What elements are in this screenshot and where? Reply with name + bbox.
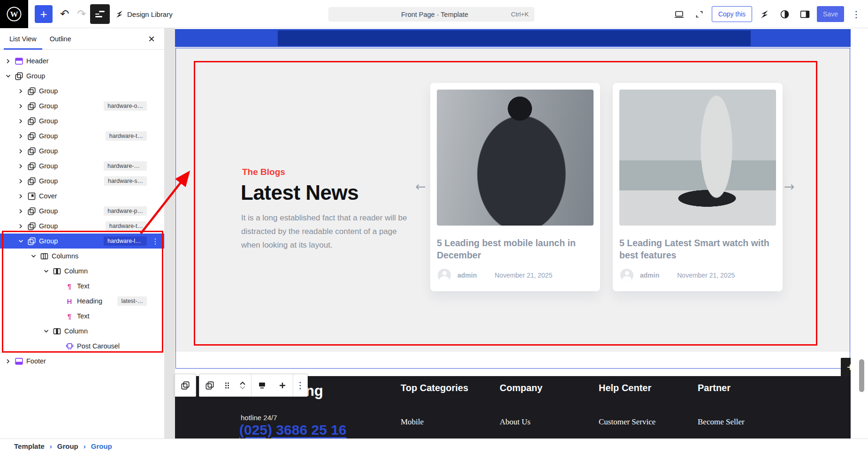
block-inserter-button[interactable]: +	[35, 5, 53, 23]
post-meta: adminNovember 21, 2025	[438, 269, 552, 282]
list-view-item-group[interactable]: Grouphardware-t…	[0, 219, 164, 234]
footer-link[interactable]: About Us	[500, 417, 531, 427]
chevron-right-icon[interactable]	[5, 358, 11, 364]
footer-phone-link[interactable]: (025) 3686 25 16	[239, 422, 347, 438]
wordpress-logo[interactable]: W	[0, 0, 28, 28]
chevron-right-icon[interactable]	[5, 58, 11, 64]
block-label: Group	[39, 222, 58, 230]
group-block-icon	[27, 132, 36, 140]
post-card[interactable]: 5 Leading best mobile launch in December…	[430, 83, 600, 291]
list-view-item-group[interactable]: Grouphardware-m…	[0, 159, 164, 174]
chevron-right-icon[interactable]	[17, 193, 24, 199]
undo-button[interactable]: ↶	[57, 6, 72, 21]
section-description[interactable]: It is a long established fact that a rea…	[241, 211, 409, 252]
heading-block-icon: H	[65, 297, 74, 305]
chevron-right-icon[interactable]	[17, 223, 24, 229]
save-button[interactable]: Save	[817, 6, 844, 22]
post-card[interactable]: 5 Leading Latest Smart watch with best f…	[613, 83, 783, 291]
command-palette[interactable]: Front Page · Template Ctrl+K	[328, 7, 534, 22]
list-view-item-column[interactable]: Column	[0, 324, 164, 339]
chevron-right-icon[interactable]	[17, 118, 24, 124]
carousel-next-button[interactable]: →	[784, 179, 795, 194]
list-view-item-group[interactable]: Grouphardware-la…⋮	[0, 234, 164, 249]
section-heading[interactable]: Latest News	[241, 181, 358, 204]
style-variations-button[interactable]	[777, 6, 792, 22]
redo-button[interactable]: ↷	[74, 6, 89, 21]
plugin-s-button[interactable]	[756, 6, 772, 22]
list-view-item-group[interactable]: Grouphardware-s…	[0, 174, 164, 189]
options-menu-button[interactable]: ⋮	[848, 6, 864, 22]
close-list-view-button[interactable]: ×	[145, 32, 159, 46]
add-inner-block-button[interactable]	[272, 374, 293, 396]
move-down-button[interactable]	[239, 385, 246, 390]
copy-this-button[interactable]: Copy this	[712, 6, 752, 22]
post-author: admin	[457, 272, 477, 279]
settings-sidebar-button[interactable]	[797, 6, 813, 22]
block-label: Group	[26, 72, 45, 80]
move-up-button[interactable]	[239, 381, 246, 385]
section-eyebrow[interactable]: The Blogs	[242, 167, 285, 177]
chevron-right-icon[interactable]	[17, 88, 24, 94]
chevron-right-icon[interactable]	[17, 163, 24, 169]
footer-link[interactable]: Customer Service	[599, 417, 655, 427]
tab-list-view[interactable]: List View	[3, 29, 43, 49]
block-label: Group	[39, 207, 58, 215]
chevron-down-icon[interactable]	[17, 238, 24, 244]
chevron-right-icon[interactable]	[17, 148, 24, 154]
list-view-item-text[interactable]: ¶Text	[0, 309, 164, 324]
list-view-item-post-carousel[interactable]: Post Carousel	[0, 339, 164, 354]
list-view-item-columns[interactable]: Columns	[0, 249, 164, 264]
list-view-item-text[interactable]: ¶Text	[0, 279, 164, 294]
list-view-item-heading[interactable]: HHeadinglatest-…	[0, 294, 164, 309]
list-view-item-group[interactable]: Group	[0, 113, 164, 128]
chevron-down-icon[interactable]	[30, 253, 37, 259]
list-view-item-group[interactable]: Grouphardware-o…	[0, 98, 164, 113]
chevron-right-icon[interactable]	[17, 133, 24, 139]
chevron-down-icon[interactable]	[43, 268, 49, 274]
tab-outline[interactable]: Outline	[43, 29, 78, 49]
carousel-prev-button[interactable]: ←	[415, 179, 426, 194]
block-label: Text	[77, 312, 90, 320]
select-parent-group-button[interactable]	[175, 374, 196, 396]
list-view-item-footer[interactable]: Footer	[0, 354, 164, 369]
breadcrumb-item-group[interactable]: Group	[91, 442, 112, 450]
list-view-toggle-button[interactable]	[90, 4, 110, 24]
post-title[interactable]: 5 Leading best mobile launch in December	[437, 237, 587, 262]
canvas-scrollbar[interactable]	[859, 359, 864, 392]
list-view-item-column[interactable]: Column	[0, 264, 164, 279]
display-settings-button[interactable]	[251, 374, 272, 396]
drag-handle[interactable]	[220, 374, 234, 396]
post-title[interactable]: 5 Leading Latest Smart watch with best f…	[619, 237, 769, 262]
copy-this-label: Copy this	[718, 10, 746, 18]
list-view-item-cover[interactable]: Cover	[0, 189, 164, 204]
column-block-icon	[53, 327, 61, 335]
block-options-button[interactable]: ⋮	[293, 374, 307, 396]
list-view-item-group[interactable]: Group	[0, 68, 164, 83]
footer-link[interactable]: Mobile	[401, 417, 424, 427]
breadcrumb-item-template[interactable]: Template	[14, 442, 45, 450]
block-anchor-badge: hardware-s…	[104, 176, 147, 186]
list-view-item-group[interactable]: Group	[0, 83, 164, 98]
chevron-down-icon[interactable]	[43, 328, 49, 334]
list-view-item-group[interactable]: Grouphardware-p…	[0, 204, 164, 219]
block-anchor-badge: hardware-o…	[104, 101, 147, 111]
footer-column-heading: Company	[500, 383, 542, 393]
columns-block-icon	[40, 252, 48, 260]
list-view-options-icon[interactable]: ⋮	[149, 234, 161, 249]
design-library-button[interactable]: Design Library	[115, 0, 173, 28]
list-view-item-group[interactable]: Grouphardware-t…	[0, 128, 164, 143]
append-block-button[interactable]: +	[841, 358, 851, 377]
zoom-out-button[interactable]	[692, 6, 708, 22]
footer-link[interactable]: Become Seller	[698, 417, 745, 427]
preview-device-button[interactable]	[671, 6, 687, 22]
chevron-right-icon[interactable]	[17, 208, 24, 214]
chevron-right-icon[interactable]	[17, 103, 24, 109]
chevron-down-icon[interactable]	[5, 73, 11, 79]
laptop-icon	[674, 10, 684, 19]
footer-column-heading: Partner	[698, 383, 731, 393]
chevron-right-icon[interactable]	[17, 178, 24, 184]
list-view-item-header[interactable]: Header	[0, 53, 164, 68]
list-view-item-group[interactable]: Group	[0, 143, 164, 159]
block-type-group-button[interactable]	[199, 374, 220, 396]
breadcrumb-item-group[interactable]: Group	[57, 442, 78, 450]
